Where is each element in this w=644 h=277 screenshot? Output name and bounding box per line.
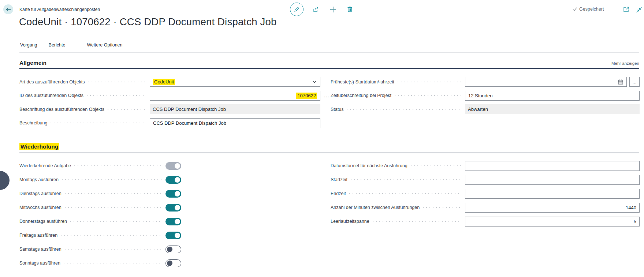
share-button[interactable] <box>312 5 320 14</box>
back-arrow-icon <box>5 6 12 13</box>
object-id-input[interactable]: 1070622 <box>150 91 320 101</box>
dotted-leader <box>62 179 162 180</box>
recurring-job-toggle <box>165 162 181 170</box>
field-label: Früheste(s) Startdatum/-uhrzeit <box>331 79 394 85</box>
run-tuesday-toggle[interactable] <box>165 190 181 198</box>
status-readonly: Abwarten <box>465 104 640 114</box>
field-label: Freitags ausführen <box>19 233 57 238</box>
field-job-timeout: Zeitüberschreitung bei Projekt 12 Stunde… <box>331 89 640 103</box>
dotted-leader <box>74 165 162 166</box>
dotted-leader <box>423 207 461 208</box>
field-label: Beschriftung des auszuführenden Objekts <box>19 107 104 112</box>
calendar-icon[interactable] <box>618 79 623 85</box>
field-label: Anzahl der Minuten zwischen Ausführungen <box>331 205 420 210</box>
object-type-value: CodeUnit <box>153 79 175 85</box>
field-run-tuesday: Dienstags ausführen <box>19 187 320 201</box>
field-run-wednesday: Mittwochs ausführen <box>19 201 320 214</box>
object-caption-readonly: CCS DDP Document Dispatch Job <box>150 104 320 114</box>
field-label: Status <box>331 107 343 112</box>
earliest-start-assist-button[interactable]: ... <box>629 77 640 87</box>
dotted-leader <box>65 249 162 250</box>
field-start-time: Startzeit <box>331 173 640 187</box>
section-heading-wiederholung: Wiederholung <box>19 143 59 150</box>
show-more-link[interactable]: Mehr anzeigen <box>19 61 639 65</box>
job-queue-entry-card: Karte für Aufgabenwarteschlangenposten C… <box>0 0 644 277</box>
field-label: Montags ausführen <box>19 177 59 182</box>
run-saturday-toggle[interactable] <box>165 246 181 253</box>
side-panel-handle[interactable] <box>0 171 10 190</box>
field-label: Dienstags ausführen <box>19 191 62 196</box>
field-run-sunday: Sonntags ausführen <box>19 256 320 270</box>
run-wednesday-toggle[interactable] <box>165 204 181 212</box>
chevron-down-icon <box>312 79 317 85</box>
dotted-leader <box>88 82 146 82</box>
save-status-label: Gespeichert <box>579 7 604 12</box>
dotted-leader <box>347 109 461 110</box>
next-run-date-formula-input[interactable] <box>465 161 640 171</box>
status-value: Abwarten <box>468 106 488 112</box>
trash-icon <box>346 5 354 13</box>
wiederholung-left-column: Wiederkehrende Aufgabe Montags ausführen… <box>19 159 320 270</box>
field-label: Startzeit <box>331 177 347 182</box>
field-label: Zeitüberschreitung bei Projekt <box>331 93 391 98</box>
end-time-input[interactable] <box>465 189 640 199</box>
page-title: CodeUnit · 1070622 · CCS DDP Document Di… <box>19 16 276 28</box>
dotted-leader <box>64 263 162 263</box>
dotted-leader <box>411 165 461 166</box>
run-friday-toggle[interactable] <box>165 232 181 239</box>
description-input[interactable]: CCS DDP Document Dispatch Job <box>150 118 320 128</box>
new-button[interactable] <box>329 5 337 14</box>
earliest-start-input[interactable] <box>465 77 627 87</box>
field-run-monday: Montags ausführen <box>19 173 320 187</box>
back-button[interactable] <box>3 4 13 14</box>
minutes-between-runs-value: 1440 <box>626 205 636 210</box>
object-id-assist-button[interactable]: ... <box>324 89 330 103</box>
field-next-run-date-formula: Datumsformel für nächste Ausführung <box>331 159 640 173</box>
object-id-value: 1070622 <box>296 93 317 99</box>
job-timeout-input[interactable]: 12 Stunden <box>465 91 640 101</box>
checkmark-icon <box>572 7 577 12</box>
section-heading-text: Wiederholung <box>19 143 59 150</box>
inactivity-timeout-input[interactable]: 5 <box>465 217 640 227</box>
menu-item-berichte[interactable]: Berichte <box>48 41 66 49</box>
minutes-between-runs-input[interactable]: 1440 <box>465 203 640 213</box>
page-caption: Karte für Aufgabenwarteschlangenposten <box>19 7 100 12</box>
start-time-input[interactable] <box>465 175 640 185</box>
field-recurring-job: Wiederkehrende Aufgabe <box>19 159 320 173</box>
collapse-button[interactable] <box>636 7 642 13</box>
field-inactivity-timeout: Leerlaufzeitspanne 5 <box>331 214 640 228</box>
object-caption-value: CCS DDP Document Dispatch Job <box>153 106 226 112</box>
divider-under-title <box>19 38 639 38</box>
field-label: Beschreibung <box>19 120 47 126</box>
job-timeout-value: 12 Stunden <box>468 93 493 98</box>
run-monday-toggle[interactable] <box>165 176 181 184</box>
menu-item-vorgang[interactable]: Vorgang <box>19 41 38 49</box>
field-run-friday: Freitags ausführen <box>19 228 320 242</box>
action-bar <box>290 3 354 16</box>
dotted-leader <box>65 207 162 208</box>
section-underline-allgemein <box>19 68 639 69</box>
field-run-thursday: Donnerstags ausführen <box>19 214 320 228</box>
inactivity-timeout-value: 5 <box>634 219 636 224</box>
allgemein-right-column: Früheste(s) Startdatum/-uhrzeit ... Zeit… <box>331 75 640 116</box>
menu-item-weitere-optionen[interactable]: Weitere Optionen <box>86 41 123 49</box>
field-description: Beschreibung CCS DDP Document Dispatch J… <box>19 116 320 130</box>
object-type-select[interactable]: CodeUnit <box>150 77 320 87</box>
field-label: Art des auszuführenden Objekts <box>19 79 85 85</box>
run-sunday-toggle[interactable] <box>165 259 181 267</box>
edit-button[interactable] <box>290 3 304 16</box>
dotted-leader <box>108 109 146 110</box>
field-label: Mittwochs ausführen <box>19 205 62 210</box>
field-earliest-start: Früheste(s) Startdatum/-uhrzeit ... <box>331 75 640 89</box>
field-label: Samstags ausführen <box>19 247 62 252</box>
field-object-caption: Beschriftung des auszuführenden Objekts … <box>19 102 320 116</box>
field-label: Endzeit <box>331 191 346 196</box>
field-end-time: Endzeit <box>331 187 640 201</box>
open-in-new-window-button[interactable] <box>623 6 629 13</box>
field-label: Wiederkehrende Aufgabe <box>19 163 71 168</box>
dotted-leader <box>51 123 146 123</box>
dotted-leader <box>349 193 461 194</box>
delete-button[interactable] <box>346 5 354 13</box>
run-thursday-toggle[interactable] <box>165 218 181 225</box>
field-minutes-between-runs: Anzahl der Minuten zwischen Ausführungen… <box>331 201 640 214</box>
